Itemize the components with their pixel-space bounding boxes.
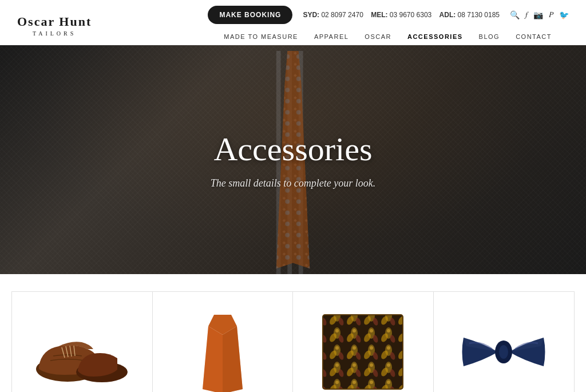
product-card-ties[interactable]: TIES (153, 292, 294, 392)
twitter-icon[interactable]: 🐦 (559, 10, 569, 20)
facebook-icon[interactable]: 𝑓 (525, 10, 528, 19)
brand-name: Oscar Hunt (17, 14, 92, 29)
nav-accessories[interactable]: ACCESSORIES (407, 33, 463, 40)
ties-image (171, 309, 274, 392)
product-card-shoes[interactable]: SHOES (12, 292, 153, 392)
svg-rect-17 (323, 315, 403, 389)
hero-section: Accessories The small details to complet… (0, 45, 586, 274)
pocket-squares-image (311, 309, 414, 392)
header-right: MAKE BOOKING SYD: 02 8097 2470 MEL: 03 9… (207, 6, 569, 45)
product-card-pocket-squares[interactable]: POCKET SQUARES (293, 292, 434, 392)
mel-phone: 03 9670 6303 (390, 11, 431, 19)
mel-label: MEL: (371, 11, 387, 19)
make-booking-button[interactable]: MAKE BOOKING (208, 6, 292, 24)
hero-subtitle: The small details to complete your look. (211, 177, 375, 189)
bow-ties-image (452, 309, 555, 392)
nav-apparel[interactable]: APPAREL (314, 33, 349, 40)
nav-made-to-measure[interactable]: MADE TO MEASURE (224, 33, 298, 40)
contact-info: SYD: 02 8097 2470 MEL: 03 9670 6303 ADL:… (303, 11, 500, 19)
products-grid: SHOES TIES (11, 291, 575, 392)
products-section: SHOES TIES (0, 274, 586, 392)
instagram-icon[interactable]: 📷 (533, 10, 543, 20)
main-nav: MADE TO MEASURE APPAREL OSCAR ACCESSORIE… (207, 29, 569, 45)
header-top-row: MAKE BOOKING SYD: 02 8097 2470 MEL: 03 9… (208, 6, 569, 24)
hero-title: Accessories (211, 130, 375, 168)
pinterest-icon[interactable]: 𝑃 (549, 10, 553, 19)
search-icon[interactable]: 🔍 (510, 10, 520, 20)
brand-tagline: TAILORS (33, 30, 76, 37)
adl-label: ADL: (440, 11, 456, 19)
syd-label: SYD: (303, 11, 319, 19)
social-icons: 🔍 𝑓 📷 𝑃 🐦 (510, 10, 569, 20)
product-card-bow-ties[interactable]: BOW TIES (434, 292, 575, 392)
svg-point-20 (499, 345, 508, 359)
nav-contact[interactable]: CONTACT (516, 33, 552, 40)
hero-content: Accessories The small details to complet… (211, 130, 375, 189)
adl-phone: 08 7130 0185 (458, 11, 500, 19)
syd-phone: 02 8097 2470 (321, 11, 363, 19)
shoes-image (30, 309, 133, 392)
site-header: Oscar Hunt TAILORS MAKE BOOKING SYD: 02 … (0, 0, 586, 45)
nav-blog[interactable]: BLOG (479, 33, 500, 40)
logo[interactable]: Oscar Hunt TAILORS (17, 14, 92, 37)
nav-oscar[interactable]: OSCAR (365, 33, 391, 40)
